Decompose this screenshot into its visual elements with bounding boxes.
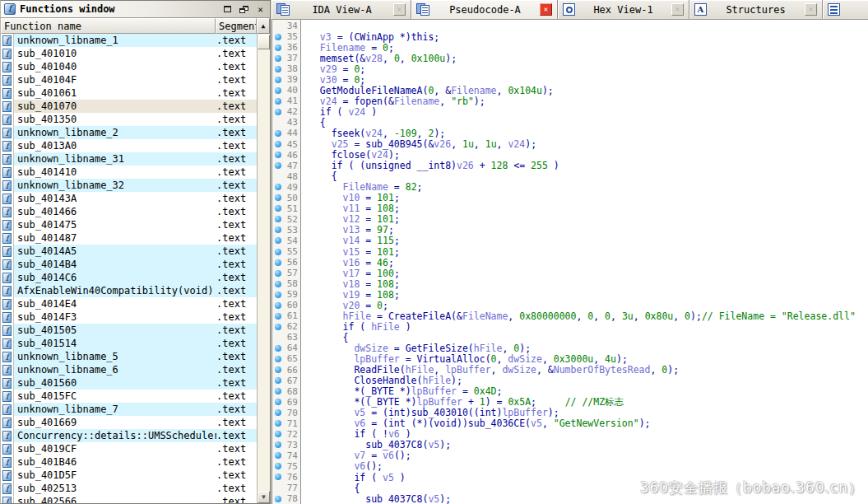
function-row[interactable]: fsub_401D5F.text [1, 469, 257, 482]
tab-pseudocode-a[interactable]: Pseudocode-A✕ [411, 0, 558, 19]
function-row[interactable]: fsub_4014E4.text [1, 297, 257, 310]
tab-hex-view-1[interactable]: Hex View-1✕ [558, 0, 689, 19]
function-name: unknown_libname_6 [14, 364, 216, 376]
function-row[interactable]: fsub_4015FC.text [1, 390, 257, 403]
code-line: 69 *((_BYTE *)lpBuffer + 1) = 0x5A; // /… [272, 397, 868, 408]
function-row[interactable]: fsub_4014C6.text [1, 271, 257, 284]
function-row[interactable]: fAfxEnableWin40Compatibility(void).text [1, 284, 257, 297]
function-icon-cell: f [1, 86, 14, 100]
scrollbar-thumb[interactable] [258, 35, 270, 49]
tab-enums-partial[interactable] [823, 0, 868, 19]
function-row[interactable]: fsub_402566.text [1, 495, 257, 503]
ida-pro-workspace: f Functions window ✕ Function name Segme… [0, 0, 868, 504]
line-number: 60 [284, 300, 298, 310]
function-row[interactable]: fsub_40143A.text [1, 192, 257, 205]
function-icon-cell: f [1, 245, 14, 258]
function-name: sub_4014B4 [14, 259, 216, 270]
address-dot-cell [272, 292, 284, 298]
function-row[interactable]: funknown_libname_32.text [1, 179, 257, 192]
maximize-button[interactable] [221, 3, 234, 15]
function-name: sub_402566 [14, 496, 216, 503]
tab-close-icon[interactable]: ✕ [393, 3, 406, 16]
function-row[interactable]: fsub_401010.text [1, 47, 257, 60]
function-row[interactable]: fConcurrency::details::UMSSchedulerProx·… [1, 429, 257, 442]
function-row[interactable]: fsub_401514.text [1, 337, 257, 350]
function-icon: f [2, 391, 12, 402]
address-dot-cell [272, 55, 284, 62]
function-row[interactable]: fsub_4014A5.text [1, 245, 257, 258]
function-name: sub_401070 [14, 100, 216, 112]
function-row[interactable]: funknown_libname_5.text [1, 350, 257, 363]
functions-window-titlebar[interactable]: f Functions window ✕ [1, 1, 270, 18]
function-row[interactable]: funknown_libname_6.text [1, 363, 257, 376]
function-row[interactable]: fsub_40104F.text [1, 73, 257, 86]
function-segment: .text [216, 114, 253, 125]
function-row[interactable]: fsub_401475.text [1, 218, 257, 231]
function-row[interactable]: fsub_401061.text [1, 86, 257, 100]
address-dot-icon [275, 249, 281, 255]
function-row[interactable]: funknown_libname_1.text [1, 34, 257, 47]
column-header-segment[interactable]: Segment [216, 18, 257, 34]
restore-button[interactable] [238, 3, 250, 15]
scroll-down-arrow-icon[interactable]: ▼ [258, 491, 270, 503]
function-name: sub_4014E4 [14, 298, 216, 310]
address-dot-icon [275, 302, 281, 309]
function-segment: .text [216, 74, 253, 86]
address-dot-cell [272, 313, 284, 320]
close-button[interactable]: ✕ [254, 3, 267, 15]
code-line: 36 Filename = 0; [272, 42, 868, 53]
tab-structures[interactable]: AStructures✕ [689, 0, 823, 19]
tab-close-icon[interactable]: ✕ [805, 3, 817, 16]
function-row[interactable]: fsub_401350.text [1, 113, 257, 126]
code-text: v16 = 46; [298, 257, 394, 268]
function-row[interactable]: fsub_401410.text [1, 166, 257, 179]
function-row[interactable]: fsub_4019CF.text [1, 442, 257, 455]
function-row[interactable]: fsub_4014F3.text [1, 310, 257, 324]
column-header-function-name[interactable]: Function name [1, 18, 216, 34]
function-list: funknown_libname_1.textfsub_401010.textf… [1, 34, 257, 503]
function-row[interactable]: fsub_401466.text [1, 205, 257, 218]
line-number: 38 [284, 63, 298, 74]
function-row[interactable]: fsub_401487.text [1, 231, 257, 245]
function-name: sub_401061 [14, 87, 216, 99]
vertical-scrollbar[interactable]: ▼ [257, 34, 270, 503]
code-line: 43 { [272, 117, 868, 128]
code-text: v14 = 115; [298, 235, 400, 246]
function-row[interactable]: funknown_libname_31.text [1, 152, 257, 166]
function-icon-cell: f [1, 363, 14, 376]
function-name: unknown_libname_31 [14, 153, 216, 165]
address-dot-icon [275, 237, 281, 244]
function-icon-cell: f [1, 179, 14, 192]
code-text: v5 = (int)sub_403010((int)lpBuffer); [298, 407, 559, 418]
function-icon-cell: f [1, 416, 14, 429]
tab-close-icon[interactable]: ✕ [671, 3, 684, 16]
function-name: sub_4014F3 [14, 311, 216, 323]
function-row[interactable]: fsub_401070.text [1, 100, 257, 113]
function-row[interactable]: fsub_401B46.text [1, 455, 257, 469]
function-segment: .text [216, 180, 253, 191]
line-number: 74 [284, 450, 298, 461]
function-row[interactable]: funknown_libname_2.text [1, 126, 257, 139]
code-line: 49 FileName = 82; [272, 182, 868, 193]
function-name: sub_401560 [14, 377, 216, 389]
function-row[interactable]: fsub_4014B4.text [1, 258, 257, 271]
address-dot-cell [272, 87, 284, 94]
function-row[interactable]: fsub_401560.text [1, 376, 257, 390]
function-row[interactable]: fsub_401669.text [1, 416, 257, 429]
function-row[interactable]: fsub_401505.text [1, 324, 257, 337]
function-row[interactable]: fsub_401040.text [1, 60, 257, 73]
pseudocode-pane[interactable]: 3435 v3 = (CWinApp *)this;36 Filename = … [272, 20, 868, 504]
function-icon-cell: f [1, 73, 14, 86]
scroll-up-arrow-icon[interactable]: ▲ [257, 18, 270, 34]
function-row[interactable]: fsub_402513.text [1, 482, 257, 495]
function-name: sub_4014C6 [14, 272, 216, 283]
function-segment: .text [216, 338, 253, 349]
tab-ida-view-a[interactable]: IDA View-A✕ [272, 0, 411, 19]
code-line: 75 v6(); [272, 461, 868, 472]
code-text: FileName = 82; [298, 181, 423, 193]
tab-close-icon[interactable]: ✕ [540, 3, 552, 16]
function-row[interactable]: funknown_libname_7.text [1, 403, 257, 416]
address-dot-cell [272, 420, 284, 427]
function-name: Concurrency::details::UMSSchedulerProx··… [14, 430, 216, 441]
function-row[interactable]: fsub_4013A0.text [1, 139, 257, 152]
